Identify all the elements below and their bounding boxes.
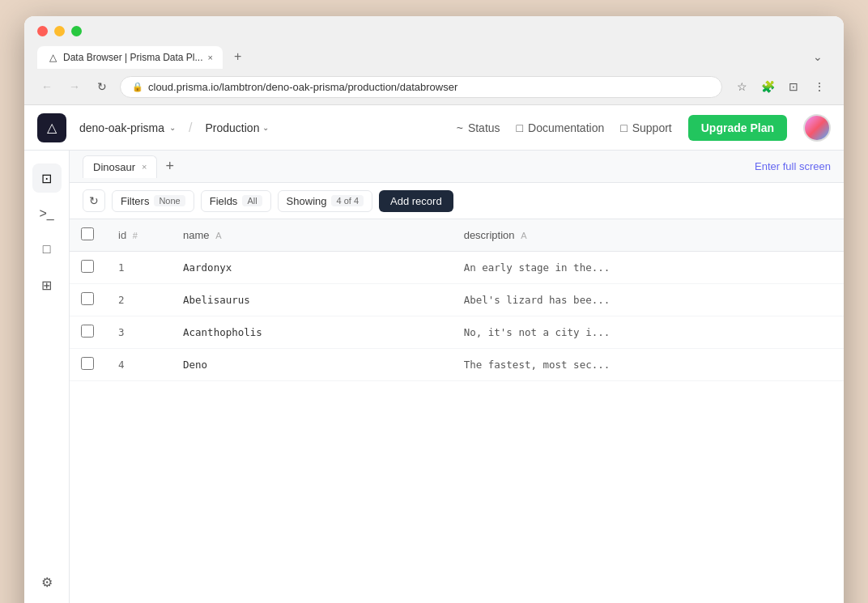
row-name: Deno bbox=[170, 349, 451, 381]
row-select-checkbox[interactable] bbox=[81, 292, 94, 305]
support-link[interactable]: □ Support bbox=[620, 121, 672, 134]
description-column-header: description A bbox=[451, 219, 844, 252]
fields-label: Fields bbox=[210, 195, 238, 207]
app-header: △ deno-oak-prisma ⌄ / Production ⌄ ~ Sta… bbox=[24, 105, 844, 151]
address-bar: ← → ↻ 🔒 cloud.prisma.io/lambtron/deno-oa… bbox=[24, 69, 844, 105]
records-table: id # name A description A bbox=[70, 219, 844, 381]
docs-label: Documentation bbox=[528, 121, 604, 134]
name-label: name bbox=[183, 229, 210, 241]
bookmark-button[interactable]: ☆ bbox=[730, 75, 753, 98]
description-label: description bbox=[464, 229, 515, 241]
project-selector[interactable]: deno-oak-prisma ⌄ bbox=[79, 121, 176, 134]
model-tab-close[interactable]: × bbox=[142, 162, 147, 172]
filters-button[interactable]: Filters None bbox=[112, 190, 194, 212]
tab-favicon: △ bbox=[47, 52, 58, 63]
add-tab-button[interactable]: + bbox=[160, 156, 179, 176]
tab-close-btn[interactable]: × bbox=[208, 53, 213, 62]
row-checkbox-cell bbox=[70, 284, 105, 316]
dinosaur-tab[interactable]: Dinosaur × bbox=[83, 155, 157, 178]
row-select-checkbox[interactable] bbox=[81, 357, 94, 370]
profile-button[interactable]: ⊡ bbox=[782, 75, 805, 98]
sidebar-bottom: ⚙ bbox=[32, 567, 62, 597]
showing-count: 4 of 4 bbox=[331, 195, 364, 206]
model-tabs: Dinosaur × + Enter full screen bbox=[70, 151, 844, 183]
row-id: 2 bbox=[105, 284, 170, 316]
minimize-button[interactable] bbox=[54, 26, 65, 36]
sidebar-icon-grid[interactable]: ⊞ bbox=[32, 270, 62, 299]
docs-sidebar-icon: □ bbox=[43, 242, 51, 257]
app-logo[interactable]: △ bbox=[37, 113, 66, 142]
breadcrumb-separator: / bbox=[189, 121, 192, 135]
row-name: Abelisaurus bbox=[170, 284, 451, 316]
browser-tabs-bar: △ Data Browser | Prisma Data Pl... × + ⌄ bbox=[37, 45, 831, 69]
showing-label-text: Showing bbox=[287, 195, 327, 207]
row-id: 4 bbox=[105, 349, 170, 381]
address-actions: ☆ 🧩 ⊡ ⋮ bbox=[730, 75, 831, 98]
user-avatar[interactable] bbox=[803, 114, 831, 142]
row-name: Aardonyx bbox=[170, 252, 451, 284]
row-description: An early stage in the... bbox=[451, 252, 844, 284]
select-all-header bbox=[70, 219, 105, 252]
row-description: The fastest, most sec... bbox=[451, 349, 844, 381]
description-type: A bbox=[521, 231, 526, 240]
menu-button[interactable]: ⋮ bbox=[808, 75, 831, 98]
settings-icon: ⚙ bbox=[41, 575, 53, 590]
refresh-button[interactable]: ↻ bbox=[92, 77, 112, 96]
forward-button[interactable]: → bbox=[65, 77, 84, 96]
row-checkbox-cell bbox=[70, 252, 105, 284]
row-id: 1 bbox=[105, 252, 170, 284]
new-tab-button[interactable]: + bbox=[226, 45, 249, 69]
status-link[interactable]: ~ Status bbox=[457, 121, 500, 134]
filters-value: None bbox=[154, 195, 185, 206]
showing-button[interactable]: Showing 4 of 4 bbox=[278, 190, 372, 212]
docs-icon: □ bbox=[517, 121, 523, 134]
url-text: cloud.prisma.io/lambtron/deno-oak-prisma… bbox=[148, 81, 457, 93]
tab-overflow-btn[interactable]: ⌄ bbox=[805, 45, 831, 69]
data-browser-icon: ⊡ bbox=[41, 171, 52, 186]
model-tab-label: Dinosaur bbox=[93, 161, 135, 173]
extensions-button[interactable]: 🧩 bbox=[756, 75, 779, 98]
maximize-button[interactable] bbox=[71, 26, 82, 36]
fields-button[interactable]: Fields All bbox=[201, 190, 271, 212]
active-browser-tab[interactable]: △ Data Browser | Prisma Data Pl... × bbox=[37, 46, 223, 69]
full-screen-link[interactable]: Enter full screen bbox=[755, 160, 831, 172]
address-input[interactable]: 🔒 cloud.prisma.io/lambtron/deno-oak-pris… bbox=[120, 76, 722, 98]
id-column-header: id # bbox=[105, 219, 170, 252]
table-row: 2 Abelisaurus Abel's lizard has bee... bbox=[70, 284, 844, 316]
refresh-data-button[interactable]: ↻ bbox=[83, 189, 105, 212]
env-chevron: ⌄ bbox=[262, 123, 269, 132]
toolbar: ↻ Filters None Fields All Showing 4 of 4… bbox=[70, 183, 844, 219]
grid-icon: ⊞ bbox=[41, 278, 52, 293]
sidebar-icon-terminal[interactable]: >_ bbox=[32, 199, 62, 228]
status-label: Status bbox=[468, 121, 500, 134]
tab-title: Data Browser | Prisma Data Pl... bbox=[63, 52, 203, 63]
sidebar: ⊡ >_ □ ⊞ ⚙ › bbox=[24, 151, 70, 603]
environment-selector[interactable]: Production ⌄ bbox=[206, 121, 270, 134]
logo-icon: △ bbox=[47, 120, 57, 135]
id-type: # bbox=[133, 231, 138, 240]
filters-label: Filters bbox=[121, 195, 149, 207]
upgrade-plan-button[interactable]: Upgrade Plan bbox=[688, 115, 787, 141]
row-name: Acanthopholis bbox=[170, 316, 451, 349]
docs-link[interactable]: □ Documentation bbox=[517, 121, 605, 134]
project-name: deno-oak-prisma bbox=[79, 121, 164, 134]
table-header: id # name A description A bbox=[70, 219, 844, 252]
sidebar-icon-docs[interactable]: □ bbox=[32, 235, 62, 264]
fields-value: All bbox=[242, 195, 262, 206]
status-icon: ~ bbox=[457, 121, 463, 134]
row-id: 3 bbox=[105, 316, 170, 349]
sidebar-icon-settings[interactable]: ⚙ bbox=[32, 567, 62, 597]
sidebar-icon-data-browser[interactable]: ⊡ bbox=[32, 163, 62, 193]
table-body: 1 Aardonyx An early stage in the... 2 Ab… bbox=[70, 252, 844, 381]
data-table: id # name A description A bbox=[70, 219, 844, 603]
row-select-checkbox[interactable] bbox=[81, 325, 94, 338]
row-select-checkbox[interactable] bbox=[81, 260, 94, 273]
add-record-button[interactable]: Add record bbox=[379, 190, 453, 212]
back-button[interactable]: ← bbox=[37, 77, 57, 96]
close-button[interactable] bbox=[37, 26, 48, 36]
header-nav: ~ Status □ Documentation □ Support Upgra… bbox=[457, 114, 831, 142]
table-row: 3 Acanthopholis No, it's not a city i... bbox=[70, 316, 844, 349]
main-content: Dinosaur × + Enter full screen ↻ Filters… bbox=[70, 151, 844, 603]
select-all-checkbox[interactable] bbox=[81, 227, 94, 240]
support-icon: □ bbox=[620, 121, 627, 134]
